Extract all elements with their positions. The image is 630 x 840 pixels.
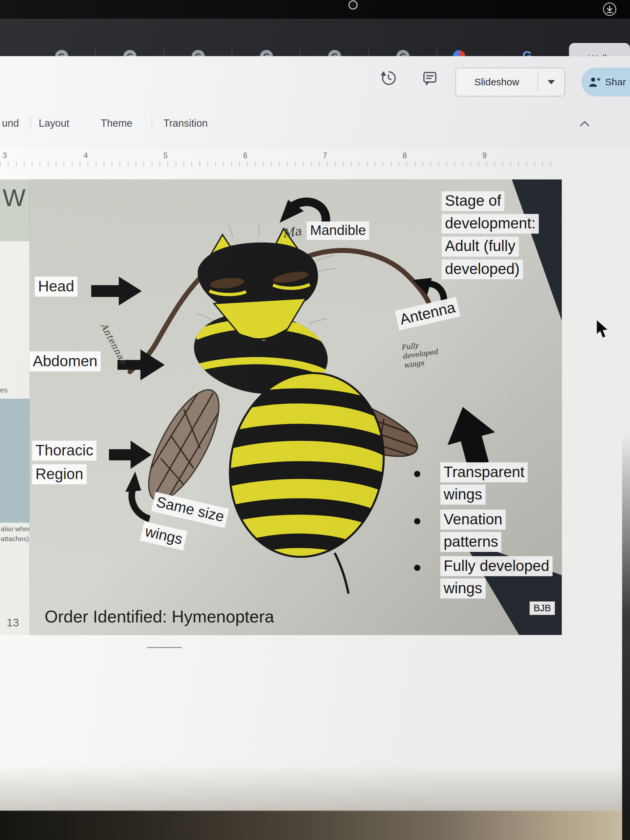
browser-tab-strip: G G G G G G G G Wolba (0, 19, 630, 56)
horizontal-ruler: 3 4 5 6 7 8 9 (0, 149, 630, 166)
menu-item-theme[interactable]: Theme (101, 117, 132, 129)
left-panel-partial-text: attaches) (1, 535, 29, 543)
laptop-right-bezel (622, 433, 630, 840)
left-panel-partial-text: es (0, 386, 8, 395)
bullet-transparent[interactable]: Transparent (441, 462, 527, 482)
menu-item-partial[interactable]: und (2, 117, 19, 129)
menu-separator (152, 116, 152, 129)
bullet-venation-patterns[interactable]: patterns (441, 532, 501, 552)
ruler-number: 6 (243, 151, 248, 160)
ruler-number: 8 (403, 151, 407, 160)
handwriting-wing-note: Fully developed wings (401, 339, 440, 370)
stage-line: development: (442, 214, 539, 234)
label-head[interactable]: Head (35, 276, 77, 297)
slideshow-button[interactable]: Slideshow (455, 68, 565, 96)
stage-line: Stage of (442, 191, 504, 211)
slideshow-label: Slideshow (456, 76, 537, 88)
slideshow-dropdown-caret[interactable] (538, 68, 564, 96)
laptop-deck-edge (0, 810, 630, 840)
menu-item-layout[interactable]: Layout (39, 117, 69, 129)
ruler-number: 9 (482, 151, 486, 160)
bullet-venation[interactable]: Venation (441, 510, 506, 530)
left-panel-strip (0, 399, 30, 523)
label-order-identified[interactable]: Order Identified: Hymenoptera (45, 607, 274, 626)
ruler-number: 4 (84, 151, 88, 160)
label-stage-of-development[interactable]: Stage of development: Adult (fully devel… (442, 191, 539, 282)
ruler-number: 7 (323, 151, 327, 160)
ruler-tick-marks (0, 161, 558, 166)
ruler-number: 5 (163, 151, 168, 160)
download-icon[interactable] (602, 2, 617, 16)
label-thoracic-line2[interactable]: Region (32, 464, 87, 484)
stage-line: developed) (442, 259, 523, 279)
share-label: Shar (605, 76, 626, 88)
ruler-number: 3 (3, 151, 7, 160)
bullet-fully-developed[interactable]: Fully developed (441, 556, 553, 576)
slide-number: 13 (6, 616, 19, 629)
laptop-top-bezel (0, 0, 630, 19)
version-history-icon[interactable] (379, 69, 398, 87)
bullet-dot (414, 518, 420, 524)
webcam-notch (349, 0, 358, 9)
handwriting-mandible: Ma (281, 224, 302, 240)
bullet-dot (414, 471, 420, 477)
slide-canvas[interactable]: Mandible Ma Stage of development: Adult … (30, 180, 562, 635)
text-caret-line (147, 647, 182, 648)
bullet-dot (414, 565, 420, 571)
left-panel-partial-text: also where (1, 525, 34, 533)
mouse-cursor (595, 319, 610, 340)
menu-separator (30, 116, 31, 129)
initials-badge: BJB (530, 602, 555, 615)
label-thoracic-line1[interactable]: Thoracic (32, 441, 96, 461)
bullet-transparent-wings[interactable]: wings (441, 485, 486, 505)
slides-toolbar: Slideshow Shar und Layout Theme Transiti… (0, 56, 630, 149)
share-button[interactable]: Shar (581, 68, 630, 96)
stage-line: Adult (fully (442, 237, 519, 256)
label-abdomen[interactable]: Abdomen (30, 351, 101, 371)
collapse-chevron-icon[interactable] (579, 120, 590, 127)
screen-bottom-shadow (0, 764, 630, 810)
left-panel-strip (0, 241, 30, 399)
menu-item-transition[interactable]: Transition (163, 117, 208, 129)
comment-icon[interactable] (421, 69, 439, 87)
left-panel-partial-letter: W (3, 184, 25, 212)
bullet-fully-developed-wings[interactable]: wings (441, 578, 486, 598)
person-add-icon (589, 76, 600, 88)
label-mandible[interactable]: Mandible (307, 221, 369, 240)
